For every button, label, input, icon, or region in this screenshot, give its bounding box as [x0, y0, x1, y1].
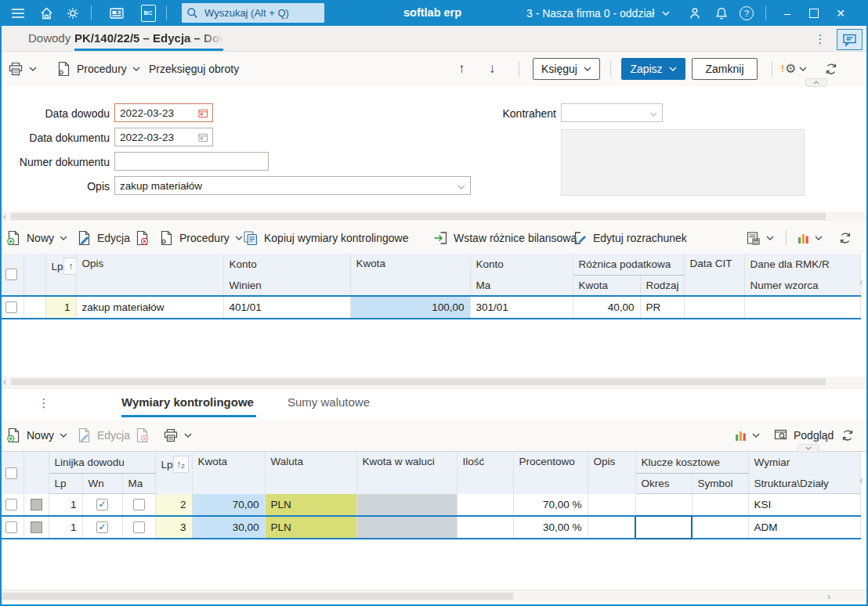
scroll-right-arrow[interactable]: › — [824, 591, 834, 601]
zamknij-button[interactable]: Zamknij — [692, 52, 758, 86]
col-data-cit-header[interactable]: Data CIT — [684, 254, 744, 296]
data-cit-cell[interactable] — [684, 296, 744, 319]
konto-winien-cell[interactable]: 401/01 — [223, 296, 350, 319]
lamp-icon[interactable] — [61, 0, 85, 26]
settings-warning-button[interactable]: ! ⚙ — [781, 52, 807, 86]
col-roznica-kwota-subheader[interactable]: Kwota — [573, 276, 640, 297]
ma-checkbox-unchecked[interactable] — [133, 521, 145, 533]
col-kwota-w-walucie-header[interactable]: Kwota w waluci — [356, 452, 457, 494]
linijka-lp-cell[interactable]: 1 — [49, 516, 82, 539]
kopiuj-wymiary-button[interactable]: Kopiuj wymiary kontrolingowe — [243, 222, 408, 254]
global-search[interactable] — [182, 3, 324, 23]
tab-wymiary-kontrolingowe[interactable]: Wymiary kontrolingowe — [121, 388, 254, 417]
bc-document-icon[interactable]: BC — [135, 0, 161, 26]
wn-cell[interactable] — [82, 516, 122, 539]
panel-print-dropdown[interactable] — [163, 420, 192, 451]
waluta-cell[interactable]: PLN — [265, 516, 356, 539]
user-icon[interactable] — [683, 0, 707, 26]
numer-dokumentu-field[interactable] — [114, 152, 269, 171]
col-kwota-header[interactable]: Kwota — [192, 452, 265, 494]
row-select-cell[interactable] — [0, 296, 24, 319]
sort-ascending-2-icon[interactable]: ↑2 — [173, 456, 189, 473]
select-all-checkbox[interactable] — [5, 269, 17, 280]
ksieguj-dropdown[interactable]: Księguj — [533, 52, 600, 86]
col-lp2-header[interactable]: Lp↑2 — [155, 452, 192, 494]
col-kwota-header[interactable]: Kwota — [350, 254, 470, 296]
group-dane-rmk-header[interactable]: Dane dla RMK/R — [744, 254, 860, 276]
search-input[interactable] — [203, 6, 316, 20]
linijka-lp-cell[interactable]: 1 — [49, 494, 82, 517]
col-ma-subheader[interactable]: Ma — [122, 474, 155, 494]
col-symbol-subheader[interactable]: Symbol — [692, 474, 748, 494]
kwota-w-walucie-cell[interactable] — [356, 494, 457, 517]
notifications-bell-icon[interactable] — [710, 0, 733, 26]
scrollbar-thumb[interactable] — [11, 213, 826, 220]
entry-row[interactable]: 1 zakup materiałów 401/01 100,00 301/01 … — [0, 296, 860, 319]
ilosc-cell[interactable] — [457, 516, 513, 539]
col-linijka-lp-subheader[interactable]: Lp — [49, 474, 82, 494]
data-dokumentu-field[interactable] — [114, 128, 213, 146]
kwota-cell[interactable]: 70,00 — [192, 494, 265, 517]
nowy-dropdown[interactable]: Nowy — [6, 222, 67, 254]
opis-combo[interactable] — [114, 176, 471, 195]
row-select-cell[interactable] — [0, 516, 24, 539]
struktura-cell[interactable]: KSI — [748, 494, 860, 517]
print-preview-dropdown[interactable] — [746, 222, 774, 254]
kontrahent-input[interactable] — [562, 107, 662, 119]
col-ilosc-header[interactable]: Ilość — [457, 452, 513, 494]
scroll-left-arrow[interactable]: ‹ — [0, 377, 9, 387]
sort-ascending-icon[interactable]: ↑ — [63, 258, 76, 275]
group-klucze-kosztowe-header[interactable]: Klucze kosztowe — [635, 452, 748, 474]
procedury-dropdown[interactable]: Procedury — [56, 52, 140, 86]
zapisz-button[interactable]: Zapisz — [621, 52, 685, 86]
col-wn-subheader[interactable]: Wn — [82, 474, 122, 494]
kontrahent-combo[interactable] — [561, 103, 663, 122]
comments-button[interactable] — [837, 29, 863, 50]
row-select-checkbox[interactable] — [5, 521, 17, 533]
okres-cell-focused[interactable] — [635, 516, 692, 539]
home-icon[interactable] — [34, 0, 58, 26]
select-all-checkbox[interactable] — [5, 467, 17, 479]
ma-checkbox-unchecked[interactable] — [133, 499, 145, 510]
konto-ma-cell[interactable]: 301/01 — [470, 296, 573, 319]
group-roznica-podatkowa-header[interactable]: Różnica podatkowa — [573, 254, 684, 276]
col-ma-subheader[interactable]: Ma — [470, 276, 573, 297]
hamburger-menu-icon[interactable] — [6, 0, 30, 26]
news-icon[interactable] — [103, 0, 130, 26]
col-konto-ma-header[interactable]: Konto — [470, 254, 573, 276]
opis-cell[interactable]: zakup materiałów — [76, 296, 223, 319]
data-dowodu-field[interactable] — [114, 103, 213, 122]
okres-cell[interactable] — [635, 494, 692, 517]
collapse-header-hint[interactable] — [805, 78, 827, 87]
panel-nowy-dropdown[interactable]: Nowy — [6, 420, 67, 451]
numer-dokumentu-input[interactable] — [115, 156, 268, 168]
opis-cell[interactable] — [588, 516, 635, 539]
ma-cell[interactable] — [122, 494, 155, 517]
expand-panel-hint[interactable] — [797, 444, 819, 453]
group-wymiar-header[interactable]: Wymiar — [748, 452, 860, 474]
tab-active-document[interactable]: PK/140/22/5 – Edycja – Dowody — [74, 26, 225, 50]
collapse-side-panel-icon[interactable]: ‹ — [859, 276, 863, 288]
opis-cell[interactable] — [588, 494, 635, 517]
procentowo-cell[interactable]: 70,00 % — [513, 494, 588, 517]
col-opis-header[interactable]: Opis — [76, 254, 223, 296]
waluta-cell[interactable]: PLN — [265, 494, 356, 517]
lp2-cell[interactable]: 3 — [155, 516, 192, 539]
minimize-button[interactable]: – — [776, 0, 799, 26]
maximize-button[interactable] — [802, 0, 826, 26]
procedury-entries-dropdown[interactable]: Procedury — [159, 222, 243, 254]
symbol-cell[interactable] — [692, 516, 748, 539]
symbol-cell[interactable] — [692, 494, 748, 517]
col-lp-header[interactable]: Lp↑ — [45, 254, 76, 296]
calendar-icon[interactable] — [198, 108, 208, 118]
ma-cell[interactable] — [122, 516, 155, 539]
previous-record-button[interactable]: ↑ — [458, 52, 465, 86]
wstaw-roznice-button[interactable]: Wstaw różnice bilansową — [433, 222, 577, 254]
tab-sumy-walutowe[interactable]: Sumy walutowe — [288, 388, 370, 417]
wn-checkbox-checked[interactable] — [96, 521, 108, 533]
panel-refresh-button[interactable] — [841, 420, 855, 451]
col-procentowo-header[interactable]: Procentowo — [513, 452, 588, 494]
lp-cell[interactable]: 1 — [45, 296, 76, 319]
wymiar-row-selected[interactable]: 1 3 30,00 PLN 30,00 % ADM — [0, 516, 860, 539]
kwota-cell[interactable]: 30,00 — [192, 516, 265, 539]
